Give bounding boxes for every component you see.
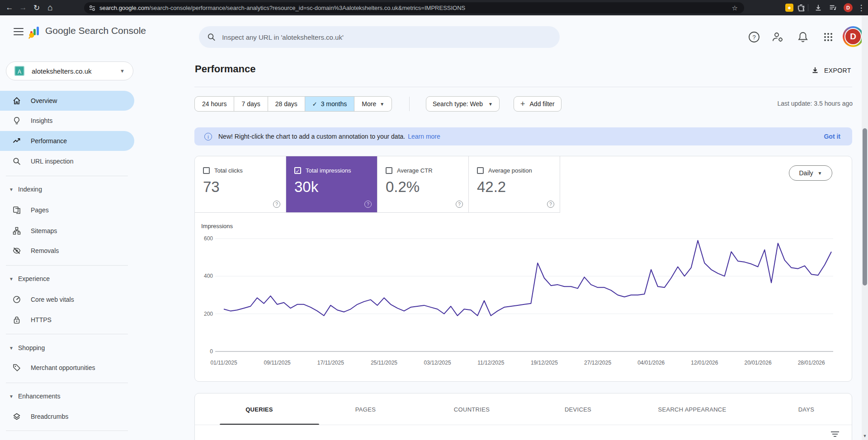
tab-countries[interactable]: COUNTRIES bbox=[419, 393, 525, 425]
filter-list-icon[interactable] bbox=[831, 431, 839, 438]
average-position-card[interactable]: Average position 42.2 ? bbox=[469, 156, 560, 213]
browser-menu-icon[interactable]: ⋮ bbox=[856, 3, 866, 13]
chip-label: 24 hours bbox=[202, 100, 226, 108]
tab-search-appearance[interactable]: SEARCH APPEARANCE bbox=[631, 393, 753, 425]
date-range-chips: 24 hours 7 days 28 days ✓3 months More▼ bbox=[194, 96, 392, 112]
granularity-dropdown[interactable]: Daily ▼ bbox=[789, 165, 832, 181]
plus-icon: + bbox=[520, 99, 525, 109]
chip-7-days[interactable]: 7 days bbox=[234, 96, 268, 112]
sidebar-divider bbox=[6, 265, 128, 266]
metric-label: Total clicks bbox=[214, 167, 243, 174]
chevron-down-icon: ▼ bbox=[380, 102, 384, 107]
sidebar-item-performance[interactable]: Performance bbox=[0, 131, 134, 151]
checkbox-unchecked[interactable] bbox=[203, 167, 210, 174]
learn-more-link[interactable]: Learn more bbox=[408, 133, 440, 140]
notifications-bell-icon[interactable] bbox=[796, 30, 810, 44]
average-ctr-card[interactable]: Average CTR 0.2% ? bbox=[377, 156, 469, 213]
sidebar-item-label: Sitemaps bbox=[31, 227, 57, 234]
divider bbox=[195, 425, 852, 425]
impressions-line-chart[interactable]: 0200400600Impressions01/11/202509/11/202… bbox=[195, 221, 852, 377]
sidebar-section-shopping[interactable]: ▼ Shopping bbox=[0, 339, 134, 357]
x-axis-tick-label: 28/01/2026 bbox=[798, 360, 825, 366]
total-impressions-card[interactable]: ✓ Total impressions 30k ? bbox=[286, 156, 377, 213]
metric-value: 0.2% bbox=[386, 178, 468, 196]
sidebar-section-indexing[interactable]: ▼ Indexing bbox=[0, 180, 134, 198]
google-apps-grid-icon[interactable] bbox=[821, 30, 835, 44]
chevron-down-icon: ▼ bbox=[488, 102, 493, 107]
sitemap-icon bbox=[12, 226, 21, 235]
help-icon[interactable]: ? bbox=[273, 201, 280, 208]
search-icon bbox=[207, 33, 216, 42]
account-avatar[interactable]: D bbox=[843, 26, 863, 47]
metric-label: Total impressions bbox=[306, 167, 351, 174]
chip-24-hours[interactable]: 24 hours bbox=[194, 96, 234, 112]
got-it-button[interactable]: Got it bbox=[824, 133, 840, 140]
sidebar-section-enhancements[interactable]: ▼ Enhancements bbox=[0, 387, 134, 405]
browser-reload-icon[interactable]: ↻ bbox=[30, 3, 43, 13]
browser-home-icon[interactable]: ⌂ bbox=[43, 3, 57, 13]
tab-label: COUNTRIES bbox=[454, 406, 490, 413]
downloads-icon[interactable] bbox=[814, 4, 822, 12]
chip-label: More bbox=[362, 100, 376, 108]
metric-value: 42.2 bbox=[477, 178, 560, 196]
url-inspect-searchbox[interactable] bbox=[199, 26, 560, 48]
chip-28-days[interactable]: 28 days bbox=[268, 96, 305, 112]
chip-more[interactable]: More▼ bbox=[354, 96, 392, 112]
media-controls-icon[interactable] bbox=[829, 4, 837, 12]
tab-days[interactable]: DAYS bbox=[753, 393, 859, 425]
x-axis-tick-label: 25/11/2025 bbox=[371, 360, 397, 366]
tab-pages[interactable]: PAGES bbox=[312, 393, 419, 425]
total-clicks-card[interactable]: Total clicks 73 ? bbox=[195, 156, 286, 213]
help-icon[interactable]: ? bbox=[456, 201, 463, 208]
sidebar-section-experience[interactable]: ▼ Experience bbox=[0, 270, 134, 288]
help-icon[interactable]: ? bbox=[747, 30, 761, 44]
sidebar-item-insights[interactable]: Insights bbox=[0, 111, 134, 131]
chip-3-months[interactable]: ✓3 months bbox=[305, 96, 355, 112]
tab-devices[interactable]: DEVICES bbox=[525, 393, 631, 425]
sidebar-item-label: Merchant opportunities bbox=[31, 364, 95, 371]
app-title: Google Search Console bbox=[45, 25, 146, 36]
extension-icon-yellow[interactable]: ◆ bbox=[785, 4, 793, 12]
scrollbar-down-arrow[interactable]: ▼ bbox=[863, 434, 867, 438]
page-scrollbar[interactable]: ▼ bbox=[862, 15, 868, 440]
magnifier-icon bbox=[12, 157, 21, 166]
browser-back-icon[interactable]: ← bbox=[3, 3, 16, 12]
dimension-tabs-card: QUERIES PAGES COUNTRIES DEVICES SEARCH A… bbox=[194, 393, 852, 440]
user-settings-icon[interactable] bbox=[771, 30, 785, 44]
checkbox-unchecked[interactable] bbox=[386, 167, 392, 174]
url-text[interactable]: search.google.com/search-console/perform… bbox=[99, 5, 730, 11]
sidebar-item-core-web-vitals[interactable]: Core web vitals bbox=[0, 290, 134, 309]
chevron-down-icon: ▼ bbox=[120, 68, 125, 74]
sidebar-item-label: URL inspection bbox=[31, 158, 73, 165]
address-bar[interactable]: search.google.com/search-console/perform… bbox=[84, 2, 744, 14]
add-filter-button[interactable]: + Add filter bbox=[514, 96, 561, 112]
tag-icon bbox=[12, 363, 21, 372]
search-input[interactable] bbox=[222, 33, 552, 41]
sidebar-item-breadcrumbs[interactable]: Breadcrumbs bbox=[0, 407, 134, 426]
sidebar-item-https[interactable]: HTTPS bbox=[0, 310, 134, 330]
search-type-button[interactable]: Search type: Web ▼ bbox=[426, 96, 500, 112]
hamburger-menu-icon[interactable] bbox=[14, 28, 24, 35]
help-icon[interactable]: ? bbox=[547, 201, 554, 208]
export-button[interactable]: EXPORT bbox=[811, 66, 851, 75]
scrollbar-thumb[interactable] bbox=[863, 128, 867, 286]
help-icon[interactable]: ? bbox=[364, 201, 372, 208]
property-selector[interactable]: A alotekshelters.co.uk ▼ bbox=[6, 61, 133, 80]
bookmark-star-icon[interactable]: ☆ bbox=[730, 4, 740, 12]
sidebar-item-merchant-opportunities[interactable]: Merchant opportunities bbox=[0, 358, 134, 378]
sidebar-item-removals[interactable]: Removals bbox=[0, 241, 134, 261]
sidebar-item-pages[interactable]: Pages bbox=[0, 200, 134, 220]
collapse-arrow-icon: ▼ bbox=[9, 187, 15, 192]
x-axis-tick-label: 09/11/2025 bbox=[264, 360, 291, 366]
checkbox-checked[interactable]: ✓ bbox=[294, 167, 301, 174]
sidebar-item-url-inspection[interactable]: URL inspection bbox=[0, 151, 134, 171]
checkbox-unchecked[interactable] bbox=[477, 167, 484, 174]
browser-forward-icon[interactable]: → bbox=[16, 3, 30, 12]
tab-queries[interactable]: QUERIES bbox=[206, 393, 312, 425]
site-info-icon[interactable] bbox=[89, 5, 96, 12]
sidebar-item-sitemaps[interactable]: Sitemaps bbox=[0, 221, 134, 241]
sidebar-item-overview[interactable]: Overview bbox=[0, 91, 134, 111]
browser-profile-avatar[interactable]: D bbox=[844, 3, 853, 12]
extensions-puzzle-icon[interactable] bbox=[797, 4, 805, 12]
speedometer-icon bbox=[12, 295, 21, 304]
